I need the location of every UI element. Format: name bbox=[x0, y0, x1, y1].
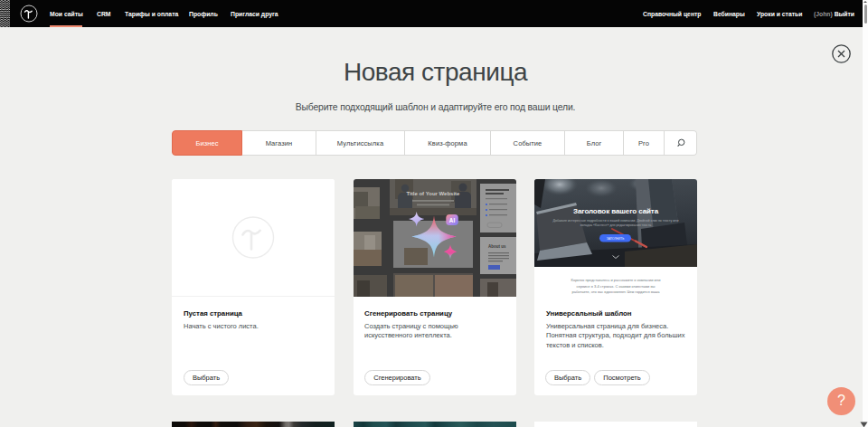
svg-text:вкладка «Контент» для редактир: вкладка «Контент» для редактирования тек… bbox=[580, 223, 652, 227]
svg-text:ЗАПОЛНИТЬ: ЗАПОЛНИТЬ bbox=[607, 237, 624, 241]
svg-text:работаете, что вас вдохновляет: работаете, что вас вдохновляет. Чем горд… bbox=[572, 289, 661, 294]
svg-text:компания, какие у неё ценности: компания, какие у неё ценности. bbox=[589, 296, 644, 298]
svg-text:Коротко представьтесь и расска: Коротко представьтесь и расскажите о ком… bbox=[571, 278, 661, 282]
svg-text:Заголовок вашего сайта: Заголовок вашего сайта bbox=[573, 207, 659, 215]
svg-text:Добавьте интересные подробност: Добавьте интересные подробности о вашей … bbox=[553, 219, 679, 223]
svg-text:сервисе в 3-4 строках. С каким: сервисе в 3-4 строках. С какими клиентам… bbox=[577, 284, 656, 289]
svg-text:AI: AI bbox=[448, 217, 455, 223]
